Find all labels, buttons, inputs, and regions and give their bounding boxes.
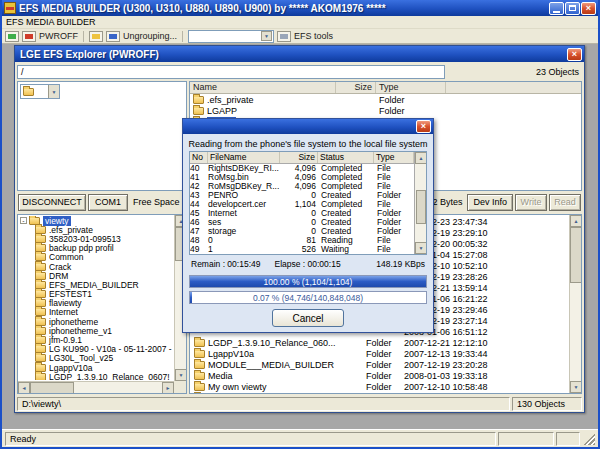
file-type-cell: Folder	[366, 349, 404, 359]
maximize-button[interactable]	[565, 2, 580, 15]
tree-item[interactable]: iphonetheme_v1	[19, 326, 173, 335]
progress-file: 100.00 % (1,104/1,104)	[189, 275, 427, 288]
folder-icon	[194, 372, 205, 380]
scrollbar-thumb[interactable]	[416, 190, 426, 224]
file-type-cell: Folder	[366, 371, 404, 381]
local-list-row[interactable]: MODULE___MEDIA_BUILDERFolder2007-12-19 2…	[191, 359, 568, 370]
explorer-title: LGE EFS Explorer (PWROFF)	[20, 49, 566, 60]
connect-icon[interactable]	[5, 31, 19, 42]
column-header-status[interactable]: Status	[318, 152, 374, 163]
tree-item[interactable]: Crack	[19, 262, 173, 271]
close-icon[interactable]: ×	[581, 2, 596, 15]
file-name-cell: My own viewty	[191, 382, 366, 392]
transfer-row[interactable]: 491526WaitingFile	[190, 245, 414, 254]
scroll-down-icon[interactable]: ▼	[175, 369, 187, 381]
tree-item[interactable]: backup pdp profil	[19, 244, 173, 253]
scroll-down-icon[interactable]: ▼	[570, 381, 582, 393]
toolbar-efstool-label[interactable]: EFS tools	[294, 31, 333, 41]
settings-tool-icon[interactable]	[277, 31, 291, 42]
file-name: LgappV10a	[208, 349, 254, 359]
chevron-down-icon[interactable]: ▼	[261, 31, 272, 41]
phone-list-row[interactable]: LGAPPFolder	[190, 105, 581, 116]
file-name: Media	[208, 371, 233, 381]
local-list-row[interactable]: LGDP_1.3.9.10_Relance_060...Folder2007-1…	[191, 337, 568, 348]
dialog-close-icon[interactable]: ×	[416, 120, 431, 133]
explorer-close-icon[interactable]: ×	[567, 48, 582, 61]
tree-item[interactable]: LG30L_Tool_v25	[19, 354, 173, 363]
column-header-name[interactable]: Name	[190, 82, 336, 93]
scrollbar-thumb[interactable]	[570, 227, 582, 283]
toolbar-combo[interactable]: ▼	[188, 30, 274, 43]
com-port-button[interactable]: COM1	[88, 194, 128, 211]
menu-item-efs-media-builder[interactable]: EFS MEDIA BUILDER	[6, 17, 96, 27]
list-vertical-scrollbar[interactable]: ▲ ▼	[569, 215, 581, 393]
column-header-filename[interactable]: FileName	[208, 152, 280, 163]
file-name-cell: LGAPP	[190, 106, 336, 116]
file-name-cell: .efs_private	[190, 95, 336, 105]
phone-list-row[interactable]: .efs_privateFolder	[190, 94, 581, 105]
file-date-cell: 2007-12-13 19:33:44	[404, 349, 568, 359]
file-date-cell: 2008-01-03 19:33:18	[404, 371, 568, 381]
resize-grip[interactable]	[583, 433, 595, 445]
row-filename: storage	[208, 227, 280, 236]
folder-tool-icon[interactable]	[89, 31, 103, 42]
tree-item[interactable]: LGDP_1.3.9.10_Relance_0607!	[19, 372, 173, 380]
phone-path-input[interactable]: /	[17, 65, 445, 79]
explorer-statusbar: D:\viewty\ 130 Objects	[17, 395, 582, 412]
dialog-scrollbar[interactable]: ▲ ▼	[414, 152, 426, 254]
toolbar-ungroup-label[interactable]: Ungrouping...	[123, 31, 177, 41]
disconnect-button[interactable]: DISCONNECT	[18, 194, 86, 211]
main-titlebar: EFS MEDIA BUILDER (U300, U310, U880, U89…	[2, 0, 598, 16]
file-type-cell: Folder	[366, 338, 404, 348]
status-cell	[556, 432, 580, 446]
chevron-down-icon[interactable]: ▼	[48, 85, 59, 98]
local-list-row[interactable]: MyBackupFolder2007-12-10 10:52:10	[191, 392, 568, 393]
file-name-cell: LGDP_1.3.9.10_Relance_060...	[191, 338, 366, 348]
file-name: LGDP_1.3.9.10_Relance_060...	[208, 338, 336, 348]
tree-root-item[interactable]: -viewty	[19, 216, 173, 225]
status-cell	[498, 432, 554, 446]
phone-object-count: 23 Objects	[536, 67, 582, 77]
column-header-no[interactable]: No	[190, 152, 208, 163]
local-list-row[interactable]: MediaFolder2008-01-03 19:33:18	[191, 370, 568, 381]
local-list-row[interactable]: My own viewtyFolder2007-12-10 10:58:48	[191, 381, 568, 392]
tree-item[interactable]: flaviewty	[19, 299, 173, 308]
row-filename: 1	[208, 245, 280, 254]
disconnect-icon[interactable]	[22, 31, 36, 42]
file-type-cell: Folder	[376, 95, 446, 105]
tree-item[interactable]: EFS_MEDIA_BUILDER	[19, 280, 173, 289]
transfer-speed: 148.19 KBps	[376, 259, 425, 269]
toolbar-pwroff-label[interactable]: PWROFF	[39, 31, 78, 41]
folder-icon	[194, 383, 205, 391]
read-button[interactable]: Read	[549, 194, 581, 211]
local-object-count: 130 Objects	[512, 397, 582, 411]
write-button[interactable]: Write	[515, 194, 547, 211]
phone-tool-icon[interactable]	[106, 31, 120, 42]
tree-horizontal-scrollbar[interactable]: ◄ ►	[18, 381, 174, 393]
remain-time: Remain : 00:15:49	[191, 259, 260, 269]
scroll-left-icon[interactable]: ◄	[18, 382, 30, 394]
file-type-cell: Folder	[376, 106, 446, 116]
tree-item[interactable]: EFSTEST1	[19, 290, 173, 299]
scroll-up-icon[interactable]: ▲	[415, 152, 427, 164]
drive-selector[interactable]: ▼	[20, 84, 60, 99]
dev-info-button[interactable]: Dev Info	[467, 194, 513, 211]
column-header-type[interactable]: Type	[374, 152, 414, 163]
tree-item[interactable]: Common	[19, 253, 173, 262]
scroll-right-icon[interactable]: ►	[162, 382, 174, 394]
column-header-size[interactable]: Size	[280, 152, 318, 163]
expander-icon[interactable]: -	[20, 217, 27, 224]
minimize-button[interactable]	[549, 2, 564, 15]
scroll-up-icon[interactable]: ▲	[570, 215, 582, 227]
file-name: .efs_private	[207, 95, 254, 105]
row-size: 526	[280, 245, 318, 254]
column-header-type[interactable]: Type	[376, 82, 446, 93]
local-list-row[interactable]: LgappV10aFolder2007-12-13 19:33:44	[191, 348, 568, 359]
file-name-cell: MODULE___MEDIA_BUILDER	[191, 360, 366, 370]
scrollbar-thumb[interactable]	[30, 382, 74, 394]
cancel-button[interactable]: Cancel	[272, 309, 344, 327]
phone-tree-pane[interactable]: ▼	[17, 81, 187, 191]
scroll-down-icon[interactable]: ▼	[415, 242, 427, 254]
folder-icon	[194, 339, 205, 347]
column-header-size[interactable]: Size	[336, 82, 376, 93]
